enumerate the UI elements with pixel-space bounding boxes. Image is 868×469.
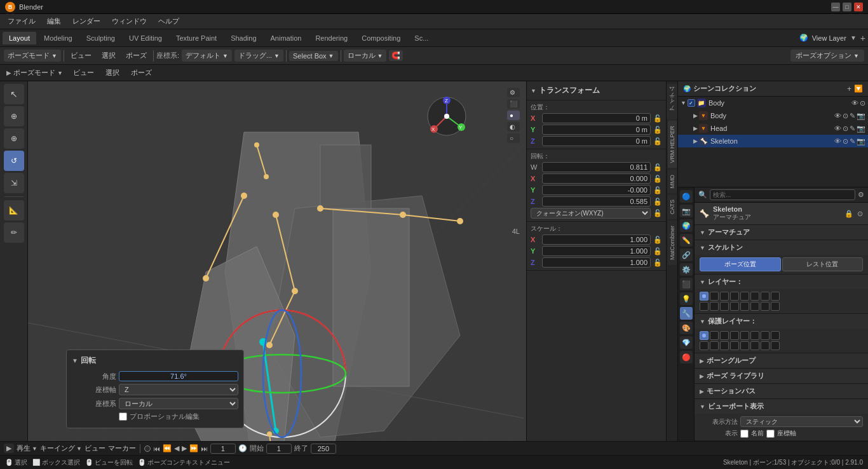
prot-layer-16[interactable] <box>771 341 780 350</box>
prot-layer-11[interactable] <box>720 341 729 350</box>
hier-body-vis2[interactable]: ⊙ <box>860 99 865 107</box>
shading-material-btn[interactable]: ◐ <box>507 122 520 132</box>
scale-y-lock[interactable]: 🔓 <box>653 247 662 255</box>
prot-layer-15[interactable] <box>761 341 770 350</box>
layer-5[interactable] <box>740 292 749 301</box>
skeleton-section-header[interactable]: ▼ スケルトン <box>695 240 868 255</box>
prot-layer-6[interactable] <box>750 331 759 340</box>
hier-body-mesh[interactable]: ▶ ▼ Body 👁 ⊙ ✎ 📷 <box>678 109 868 122</box>
view-menu-btn[interactable]: ビュー <box>67 50 95 62</box>
pose-options-btn[interactable]: ポーズオプション▼ <box>790 50 864 62</box>
add-viewlayer-btn[interactable]: + <box>860 33 865 43</box>
rot-y-input[interactable] <box>542 185 651 195</box>
layer-7[interactable] <box>761 292 770 301</box>
start-frame-input[interactable] <box>266 444 292 454</box>
minimize-button[interactable]: — <box>831 3 840 11</box>
pose-menu-btn[interactable]: ポーズ <box>122 50 151 62</box>
hier-head-vis2[interactable]: ⊙ <box>843 125 848 133</box>
pos-y-input[interactable] <box>542 125 651 135</box>
viewport-settings-btn[interactable]: ⚙ <box>507 88 520 97</box>
tool-rotate[interactable]: ↺ <box>4 151 24 171</box>
props-icon-particles[interactable]: 🔴 <box>680 351 693 364</box>
motion-path-header[interactable]: ▶ モーションパス <box>695 384 868 398</box>
prot-layer-3[interactable] <box>720 331 729 340</box>
layer-11[interactable] <box>720 302 729 311</box>
props-icon-modifier[interactable]: 💎 <box>680 336 693 349</box>
transform-header[interactable]: ▼ トランスフォーム <box>527 81 666 100</box>
tab-layout[interactable]: Layout <box>3 32 36 44</box>
layer-12[interactable] <box>730 302 739 311</box>
timeline-editor-type[interactable]: ▶ <box>4 444 14 453</box>
prot-layer-13[interactable] <box>740 341 749 350</box>
side-tab-mmd[interactable]: MMD <box>668 170 677 194</box>
rot-mode-select[interactable]: クォータニオン(WXYZ) <box>531 208 651 219</box>
play-reverse-btn[interactable]: ◀ <box>174 444 179 452</box>
armature-vis-toggle[interactable]: ⊙ <box>857 210 863 218</box>
hier-body-mesh-vis[interactable]: 👁 <box>834 112 841 119</box>
layer-9[interactable] <box>700 302 709 311</box>
props-icon-data[interactable]: 🔧 <box>680 307 693 320</box>
props-icon-viewlayer[interactable]: ✏️ <box>680 234 693 247</box>
hier-skeleton-render[interactable]: 📷 <box>857 137 865 146</box>
hier-head-vis[interactable]: 👁 <box>834 125 841 132</box>
tab-compositing[interactable]: Compositing <box>355 32 407 44</box>
maximize-button[interactable]: □ <box>843 3 851 11</box>
prot-layer-5[interactable] <box>740 331 749 340</box>
select-mode-btn[interactable]: 選択 <box>102 67 123 79</box>
props-icon-world[interactable]: ⚙️ <box>680 263 693 276</box>
layer-8[interactable] <box>771 292 780 301</box>
scale-z-lock[interactable]: 🔓 <box>653 259 662 267</box>
timeline-marker-menu[interactable]: マーカー <box>108 444 136 453</box>
props-icon-render[interactable]: 📷 <box>680 205 693 217</box>
rot-z-lock[interactable]: 🔓 <box>653 198 662 206</box>
side-tab-cats[interactable]: CATS <box>668 194 677 219</box>
prot-layer-4[interactable] <box>730 331 739 340</box>
props-icon-obj[interactable]: ⬛ <box>680 278 693 290</box>
close-button[interactable]: ✕ <box>854 3 863 11</box>
pose-mode-btn[interactable]: ポーズ <box>127 67 156 79</box>
shading-solid-btn[interactable]: ● <box>507 111 520 120</box>
select-menu-btn[interactable]: 選択 <box>98 50 119 62</box>
layer-14[interactable] <box>750 302 759 311</box>
props-icon-material[interactable]: 🎨 <box>680 322 693 334</box>
tab-shading[interactable]: Shading <box>224 32 262 44</box>
hier-skeleton[interactable]: ▶ 🦴 Skeleton 👁 ⊙ ✎ 📷 <box>678 135 868 147</box>
scale-y-input[interactable] <box>542 246 651 256</box>
armature-section-header[interactable]: ▼ アーマチュア <box>695 225 868 240</box>
layer-4[interactable] <box>730 292 739 301</box>
tab-sc[interactable]: Sc... <box>408 32 435 44</box>
props-icon-scene[interactable]: 🔵 <box>680 190 693 203</box>
rot-mode-lock[interactable]: 🔓 <box>653 209 662 217</box>
layer-1[interactable] <box>700 292 709 301</box>
pose-position-btn[interactable]: ポーズ位置 <box>700 257 781 271</box>
rot-x-input[interactable] <box>542 173 651 184</box>
rot-z-input[interactable] <box>542 196 651 207</box>
show-axes-cb[interactable] <box>766 430 775 438</box>
prot-layer-10[interactable] <box>710 341 719 350</box>
prot-layer-9[interactable] <box>700 341 709 350</box>
hier-head-mesh[interactable]: ▶ ▼ Head 👁 ⊙ ✎ 📷 <box>678 122 868 135</box>
prot-layer-2[interactable] <box>710 331 719 340</box>
protected-layers-header[interactable]: ▼ 保護レイヤー： <box>695 314 868 329</box>
tab-animation[interactable]: Animation <box>264 32 308 44</box>
layer-10[interactable] <box>710 302 719 311</box>
layer-2[interactable] <box>710 292 719 301</box>
pos-y-lock[interactable]: 🔓 <box>653 126 662 134</box>
hier-body-mesh-vis2[interactable]: ⊙ <box>843 112 848 120</box>
scale-x-input[interactable] <box>542 234 651 245</box>
timeline-view-menu[interactable]: ビュー <box>85 444 105 453</box>
pos-z-lock[interactable]: 🔓 <box>653 137 662 146</box>
layer-15[interactable] <box>761 302 770 311</box>
layers-section-header[interactable]: ▼ レイヤー： <box>695 275 868 289</box>
filter-hierarchy-btn[interactable]: 🔽 <box>854 85 863 93</box>
tab-rendering[interactable]: Rendering <box>309 32 354 44</box>
pos-x-lock[interactable]: 🔓 <box>653 114 662 123</box>
pos-x-input[interactable] <box>542 113 651 123</box>
tab-uv-editing[interactable]: UV Editing <box>123 32 168 44</box>
viewport-display-header[interactable]: ▼ ビューポート表示 <box>695 399 868 414</box>
hier-body-mesh-edit[interactable]: ✎ <box>850 112 855 120</box>
hier-head-render[interactable]: 📷 <box>857 125 865 133</box>
view-mode-btn[interactable]: ビュー <box>69 67 98 79</box>
menu-edit[interactable]: 編集 <box>42 15 66 27</box>
props-icon-physics[interactable]: 💡 <box>680 292 693 305</box>
